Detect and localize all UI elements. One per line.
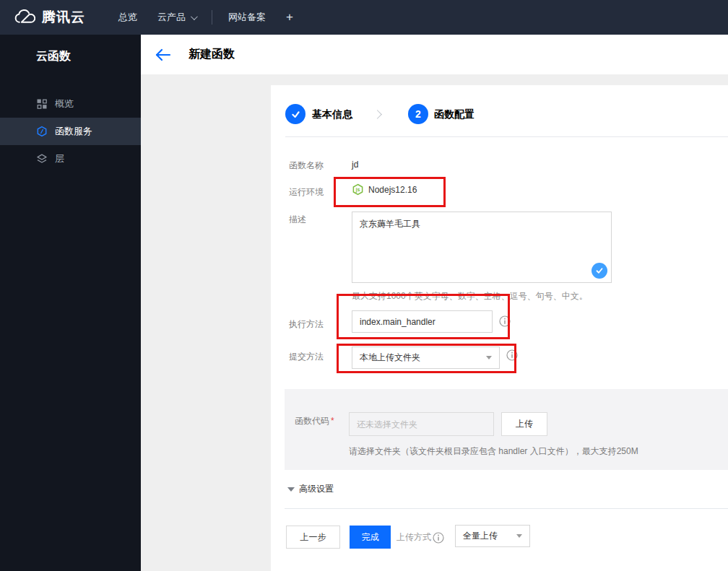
step2-circle: 2 <box>408 104 428 124</box>
topbar: 腾讯云 总览 云产品 网站备案 + <box>0 0 728 35</box>
page-header: 新建函数 <box>141 35 728 74</box>
upload-mode-label: 上传方式 <box>396 531 431 544</box>
nav-site-icp[interactable]: 网站备案 <box>218 0 276 35</box>
step-chevron-icon <box>373 110 382 119</box>
upload-button[interactable]: 上传 <box>501 412 547 436</box>
back-arrow-icon[interactable] <box>155 48 171 61</box>
advanced-settings-toggle[interactable]: 高级设置 <box>287 483 334 495</box>
function-name-label: 函数名称 <box>289 160 324 172</box>
sidebar-item-label: 层 <box>55 152 64 165</box>
tencent-cloud-logo[interactable]: 腾讯云 <box>12 8 85 27</box>
runtime-value-row: js Nodejs12.16 <box>352 183 417 196</box>
layers-icon <box>36 153 48 165</box>
nav-add-button[interactable]: + <box>276 0 303 35</box>
upload-mode-info-icon[interactable] <box>433 532 444 544</box>
brand-name: 腾讯云 <box>42 8 85 27</box>
main-area: 新建函数 基本信息 2 函数配置 函数名称 jd 运行环境 <box>141 35 728 571</box>
finish-button[interactable]: 完成 <box>350 526 391 549</box>
caret-down-icon <box>516 534 522 538</box>
sidebar: 云函数 概览 函数服务 <box>0 35 141 571</box>
previous-step-button[interactable]: 上一步 <box>286 526 340 549</box>
sidebar-item-label: 函数服务 <box>55 125 92 138</box>
upload-mode-value: 全量上传 <box>463 530 498 542</box>
step1-done-circle[interactable] <box>285 104 306 124</box>
advanced-settings-label: 高级设置 <box>299 483 334 495</box>
function-code-helper: 请选择文件夹（该文件夹根目录应包含 handler 入口文件），最大支持250M <box>349 445 638 458</box>
caret-down-icon <box>486 356 492 359</box>
description-label: 描述 <box>289 214 306 226</box>
submit-method-value: 本地上传文件夹 <box>360 352 420 364</box>
function-code-panel: 函数代码* 上传 请选择文件夹（该文件夹根目录应包含 handler 入口文件）… <box>285 389 728 470</box>
footer-divider <box>285 508 728 509</box>
upload-mode-select[interactable]: 全量上传 <box>455 525 530 547</box>
sidebar-item-layers[interactable]: 层 <box>0 145 141 173</box>
chevron-down-icon <box>191 13 198 20</box>
top-nav: 总览 云产品 网站备案 + <box>108 0 303 35</box>
scf-hexagon-icon <box>36 126 48 137</box>
sidebar-menu: 概览 函数服务 层 <box>0 90 141 173</box>
sidebar-title: 云函数 <box>0 35 141 64</box>
nav-overview[interactable]: 总览 <box>108 0 147 35</box>
function-name-value: jd <box>352 160 358 170</box>
folder-path-input[interactable] <box>349 412 494 436</box>
submit-method-label: 提交方法 <box>289 351 324 363</box>
steps-divider <box>285 136 728 137</box>
step1-label[interactable]: 基本信息 <box>312 108 352 121</box>
triangle-down-icon <box>287 487 295 492</box>
svg-text:js: js <box>355 187 360 193</box>
cloud-logo-icon <box>12 9 35 26</box>
nav-divider <box>212 10 212 25</box>
runtime-value: Nodejs12.16 <box>368 185 417 195</box>
description-helper: 最大支持1000个英文字母、数字、空格、逗号、句号、中文。 <box>352 290 588 302</box>
required-asterisk: * <box>331 416 334 426</box>
plus-icon: + <box>286 10 293 25</box>
sidebar-item-label: 概览 <box>55 97 74 110</box>
page-title: 新建函数 <box>188 47 235 62</box>
content-area: 基本信息 2 函数配置 函数名称 jd 运行环境 js Nodejs12.16 <box>141 74 728 571</box>
step2-label: 函数配置 <box>434 108 474 121</box>
check-icon <box>290 110 301 119</box>
submit-method-info-icon[interactable] <box>506 349 518 361</box>
handler-label: 执行方法 <box>289 318 324 331</box>
submit-method-select[interactable]: 本地上传文件夹 <box>352 346 500 369</box>
handler-info-icon[interactable] <box>499 315 511 327</box>
function-code-label: 函数代码* <box>295 415 334 427</box>
nodejs-icon: js <box>352 183 364 196</box>
description-textarea[interactable]: 京东薅羊毛工具 <box>352 212 612 283</box>
upload-mode-row: 上传方式 <box>396 531 444 544</box>
grid-icon <box>36 98 48 110</box>
runtime-label: 运行环境 <box>289 186 324 199</box>
sidebar-item-function-service[interactable]: 函数服务 <box>0 118 141 145</box>
valid-check-icon <box>592 263 607 279</box>
step2-number: 2 <box>415 108 421 120</box>
handler-input[interactable] <box>352 310 493 333</box>
sidebar-item-overview[interactable]: 概览 <box>0 90 141 118</box>
nav-cloud-products[interactable]: 云产品 <box>147 0 206 35</box>
new-function-card: 基本信息 2 函数配置 函数名称 jd 运行环境 js Nodejs12.16 <box>271 85 728 571</box>
